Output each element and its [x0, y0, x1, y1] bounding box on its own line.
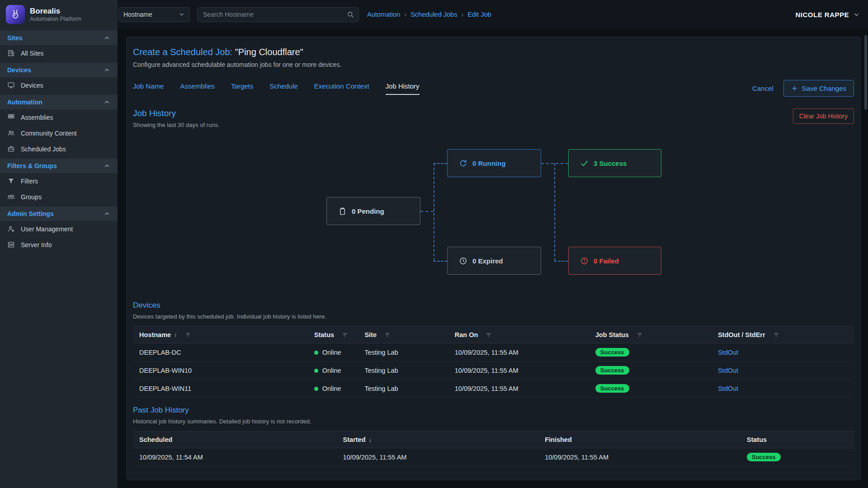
ran-on-cell: 10/09/2025, 11:55 AM — [450, 361, 591, 380]
breadcrumb-automation[interactable]: Automation — [367, 11, 400, 18]
hostname-searchbox[interactable] — [197, 7, 359, 22]
job-status-cell: Success — [591, 343, 713, 361]
column-header-scheduled[interactable]: Scheduled — [133, 432, 339, 448]
status-text: Online — [322, 349, 341, 356]
page-subtitle: Configure advanced schedulable automatio… — [133, 61, 854, 68]
breadcrumb: Automation Scheduled Jobs Edit Job — [367, 11, 491, 18]
tab-schedule[interactable]: Schedule — [269, 82, 298, 95]
tab-job-name[interactable]: Job Name — [133, 82, 164, 95]
app-logo-area[interactable]: Borealis Automation Platform — [0, 0, 118, 29]
tab-targets[interactable]: Targets — [231, 82, 253, 95]
status-badge: Success — [595, 348, 629, 357]
scheduled-cell: 10/09/2025, 11:54 AM — [133, 448, 339, 466]
sidebar-section-sites[interactable]: Sites — [0, 31, 118, 45]
column-header-stdout-stderr[interactable]: StdOut / StdErr — [713, 327, 854, 343]
sidebar-item-community-content[interactable]: Community Content — [0, 125, 118, 141]
column-header-status[interactable]: Status — [742, 432, 854, 448]
success-count-label: 3 Success — [594, 160, 627, 167]
chevron-down-icon — [179, 11, 185, 18]
past-job-history-section: Past Job History Historical job history … — [133, 406, 854, 466]
group-icon — [7, 193, 15, 201]
save-changes-label: Save Changes — [802, 84, 846, 92]
tab-job-history[interactable]: Job History — [386, 82, 420, 95]
sort-desc-icon: ↓ — [369, 436, 372, 443]
job-history-subheading: Showing the last 30 days of runs. — [133, 122, 220, 128]
column-header-started[interactable]: Started↓ — [339, 432, 541, 448]
connector-line — [420, 211, 434, 212]
scrollbar-thumb[interactable] — [864, 35, 867, 110]
cancel-button[interactable]: Cancel — [752, 84, 774, 92]
clear-job-history-button[interactable]: Clear Job History — [793, 108, 854, 124]
filter-icon[interactable] — [637, 332, 643, 338]
filter-icon[interactable] — [486, 332, 492, 338]
job-status-cell: Success — [591, 380, 713, 398]
stdout-link[interactable]: StdOut — [718, 367, 738, 374]
filter-icon[interactable] — [384, 332, 391, 338]
sidebar-item-user-management[interactable]: User Management — [0, 221, 118, 237]
stdout-link[interactable]: StdOut — [718, 349, 738, 356]
column-header-ran-on[interactable]: Ran On — [450, 327, 591, 343]
column-header-status[interactable]: Status — [310, 327, 360, 343]
user-menu[interactable]: NICOLE RAPPE — [795, 11, 860, 19]
sidebar-item-scheduled-jobs[interactable]: Scheduled Jobs — [0, 141, 118, 157]
sidebar-section-label: Automation — [7, 99, 42, 106]
sidebar-section-automation[interactable]: Automation — [0, 95, 118, 109]
column-header-finished[interactable]: Finished — [540, 432, 742, 448]
job-history-header: Job History Showing the last 30 days of … — [133, 108, 854, 128]
people-icon — [7, 129, 15, 137]
table-row[interactable]: DEEPLAB-WIN10 Online Testing Lab 10/09/2… — [133, 361, 854, 380]
filter-icon[interactable] — [773, 332, 779, 338]
past-job-history-table: Scheduled Started↓ Finished Status 10/09… — [133, 431, 854, 466]
column-header-site[interactable]: Site — [360, 327, 450, 343]
sidebar: Sites All Sites Devices Devices Automati… — [0, 29, 118, 488]
filter-icon[interactable] — [342, 332, 348, 338]
sidebar-item-devices[interactable]: Devices — [0, 77, 118, 93]
table-row[interactable]: DEEPLAB-DC Online Testing Lab 10/09/2025… — [133, 343, 854, 361]
refresh-icon — [459, 159, 467, 168]
running-status-node: 0 Running — [447, 149, 541, 177]
column-header-hostname[interactable]: Hostname↑ — [133, 327, 310, 343]
breadcrumb-scheduled-jobs[interactable]: Scheduled Jobs — [400, 11, 457, 18]
tab-execution-context[interactable]: Execution Context — [314, 82, 369, 95]
monitor-icon — [7, 81, 15, 89]
sidebar-section-admin-settings[interactable]: Admin Settings — [0, 206, 118, 221]
body-row: Sites All Sites Devices Devices Automati… — [0, 29, 868, 488]
started-cell: 10/09/2025, 11:55 AM — [339, 448, 541, 466]
app-tagline: Automation Platform — [30, 16, 81, 22]
sidebar-item-all-sites[interactable]: All Sites — [0, 45, 118, 61]
filter-icon — [7, 177, 15, 185]
save-changes-button[interactable]: Save Changes — [783, 80, 854, 97]
ran-on-cell: 10/09/2025, 11:55 AM — [450, 380, 591, 398]
stdout-cell: StdOut — [713, 380, 854, 398]
sidebar-item-groups[interactable]: Groups — [0, 189, 118, 205]
page-title: Create a Scheduled Job: "Ping Cloudflare… — [133, 47, 854, 57]
topbar-main: Hostname Automation Scheduled Jobs Edit … — [118, 0, 868, 29]
devices-table: Hostname↑ Status Site Ran On Job Status … — [133, 326, 854, 398]
stdout-cell: StdOut — [713, 361, 854, 380]
stdout-link[interactable]: StdOut — [718, 385, 738, 392]
column-label: Scheduled — [139, 436, 172, 443]
filter-icon[interactable] — [185, 332, 191, 338]
tab-assemblies[interactable]: Assemblies — [180, 82, 215, 95]
hostname-cell: DEEPLAB-DC — [133, 343, 310, 361]
sidebar-section-label: Sites — [7, 34, 22, 42]
sidebar-item-server-info[interactable]: Server Info — [0, 237, 118, 253]
breadcrumb-edit-job[interactable]: Edit Job — [457, 11, 491, 18]
search-input[interactable] — [202, 10, 347, 19]
hostname-dropdown[interactable]: Hostname — [118, 7, 190, 22]
sidebar-section-filters-groups[interactable]: Filters & Groups — [0, 159, 118, 173]
table-row[interactable]: 10/09/2025, 11:54 AM 10/09/2025, 11:55 A… — [133, 448, 854, 466]
table-row[interactable]: DEEPLAB-WIN11 Online Testing Lab 10/09/2… — [133, 380, 854, 398]
topbar: Borealis Automation Platform Hostname Au… — [0, 0, 868, 29]
sidebar-item-filters[interactable]: Filters — [0, 173, 118, 189]
sidebar-section-devices[interactable]: Devices — [0, 63, 118, 77]
column-header-job-status[interactable]: Job Status — [591, 327, 713, 343]
online-status-dot — [314, 351, 318, 355]
sidebar-item-assemblies[interactable]: Assemblies — [0, 109, 118, 125]
sidebar-item-label: All Sites — [21, 50, 44, 57]
sidebar-item-label: Assemblies — [21, 114, 53, 121]
building-icon — [7, 49, 15, 57]
tabs-row: Job Name Assemblies Targets Schedule Exe… — [133, 80, 854, 97]
hostname-cell: DEEPLAB-WIN10 — [133, 361, 310, 380]
job-status-flow-diagram: 0 Pending 0 Running 3 Success 0 Expired — [133, 130, 854, 296]
